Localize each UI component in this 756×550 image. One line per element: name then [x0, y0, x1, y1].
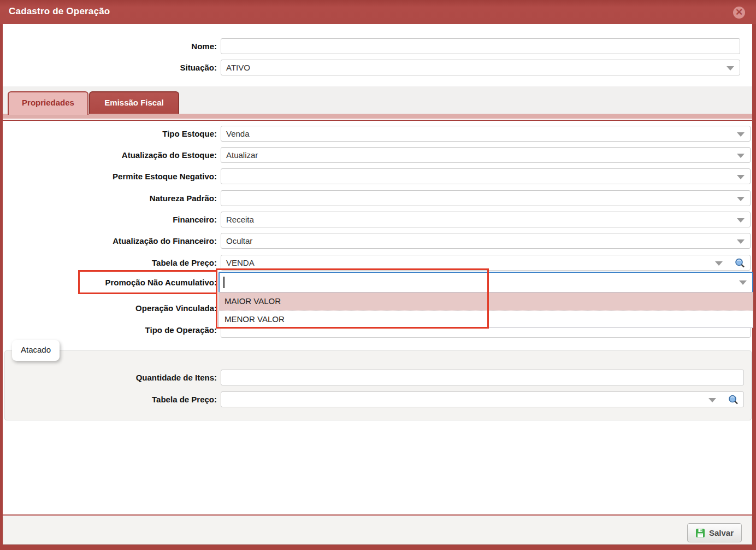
search-icon[interactable] [734, 258, 746, 269]
promocao-nao-acumulativo-label: Promoção Não Acumulativo: [3, 278, 217, 287]
tabela-preco-atacado-label: Tabela de Preço: [3, 395, 217, 404]
tipo-operacao-label: Tipo de Operação: [3, 325, 217, 335]
chevron-down-icon [737, 132, 745, 137]
permite-estoque-negativo-select[interactable] [221, 168, 751, 184]
quantidade-itens-label: Quantidade de Itens: [3, 373, 217, 382]
chevron-down-icon [739, 280, 747, 285]
permite-estoque-negativo-label: Permite Estoque Negativo: [3, 172, 217, 181]
atacado-legend: Atacado [12, 340, 60, 361]
nome-label: Nome: [3, 42, 217, 51]
chevron-down-icon [737, 218, 745, 223]
atualizacao-financeiro-label: Atualização do Financeiro: [3, 236, 217, 245]
situacao-label: Situação: [3, 63, 217, 72]
cadastro-operacao-dialog: Cadastro de Operação ✕ Nome: Situação: A… [0, 0, 756, 550]
atualizacao-estoque-label: Atualização do Estoque: [3, 150, 217, 160]
form-row-permite-estoque-negativo: Permite Estoque Negativo: [3, 168, 752, 184]
chevron-down-icon [737, 197, 745, 201]
form-row-atualizacao-estoque: Atualização do Estoque: Atualizar [3, 147, 752, 163]
natureza-padrao-select[interactable] [221, 190, 751, 206]
tipo-estoque-label: Tipo Estoque: [3, 129, 217, 138]
footer-divider-line [3, 514, 752, 516]
financeiro-label: Financeiro: [3, 215, 217, 224]
quantidade-itens-input[interactable] [221, 370, 744, 385]
search-icon[interactable] [728, 394, 739, 406]
form-row-tipo-estoque: Tipo Estoque: Venda [3, 126, 752, 142]
footer-bar: Salvar [3, 517, 752, 545]
chevron-down-icon [708, 398, 716, 402]
form-row-situacao: Situação: ATIVO [3, 60, 752, 75]
promocao-dropdown-list: MAIOR VALOR MENOR VALOR [218, 292, 753, 328]
form-row-tabela-preco-atacado: Tabela de Preço: [3, 391, 752, 407]
operacao-vinculada-label: Operação Vinculada: [3, 303, 217, 313]
tab-divider-line [3, 120, 752, 121]
financeiro-select[interactable]: Receita [221, 212, 751, 227]
save-floppy-icon [695, 528, 705, 538]
chevron-down-icon [727, 66, 734, 71]
natureza-padrao-label: Natureza Padrão: [3, 194, 217, 203]
nome-input[interactable] [221, 38, 740, 54]
text-caret [223, 277, 225, 288]
atacado-panel [4, 350, 752, 420]
form-row-atualizacao-financeiro: Atualização do Financeiro: Ocultar [3, 233, 752, 249]
tabela-preco-atacado-select[interactable] [221, 391, 744, 407]
form-row-quantidade-itens: Quantidade de Itens: [3, 370, 752, 385]
chevron-down-icon [737, 154, 745, 158]
chevron-down-icon [737, 239, 745, 244]
form-row-natureza-padrao: Natureza Padrão: [3, 190, 752, 206]
situacao-select[interactable]: ATIVO [221, 60, 740, 75]
atualizacao-financeiro-select[interactable]: Ocultar [221, 233, 751, 249]
close-button[interactable]: ✕ [733, 7, 745, 19]
tab-propriedades[interactable]: Propriedades [8, 91, 88, 115]
dropdown-option-menor-valor[interactable]: MENOR VALOR [219, 311, 753, 328]
tab-emissao-fiscal[interactable]: Emissão Fiscal [89, 91, 179, 115]
chevron-down-icon [715, 261, 723, 266]
promocao-nao-acumulativo-input[interactable] [218, 272, 753, 294]
form-row-tabela-preco: Tabela de Preço: VENDA [3, 255, 752, 271]
atualizacao-estoque-select[interactable]: Atualizar [221, 147, 751, 163]
tab-underline-strip [3, 114, 752, 119]
chevron-down-icon [737, 175, 745, 179]
form-row-nome: Nome: [3, 38, 752, 54]
dialog-title: Cadastro de Operação [9, 6, 110, 17]
tabela-preco-select[interactable]: VENDA [221, 255, 751, 271]
close-icon: ✕ [733, 7, 745, 18]
dialog-titlebar: Cadastro de Operação ✕ [0, 0, 756, 24]
form-row-financeiro: Financeiro: Receita [3, 212, 752, 227]
save-button[interactable]: Salvar [687, 523, 742, 542]
dropdown-option-maior-valor[interactable]: MAIOR VALOR [219, 292, 753, 311]
tabela-preco-label: Tabela de Preço: [3, 258, 217, 267]
tipo-estoque-select[interactable]: Venda [221, 126, 751, 142]
